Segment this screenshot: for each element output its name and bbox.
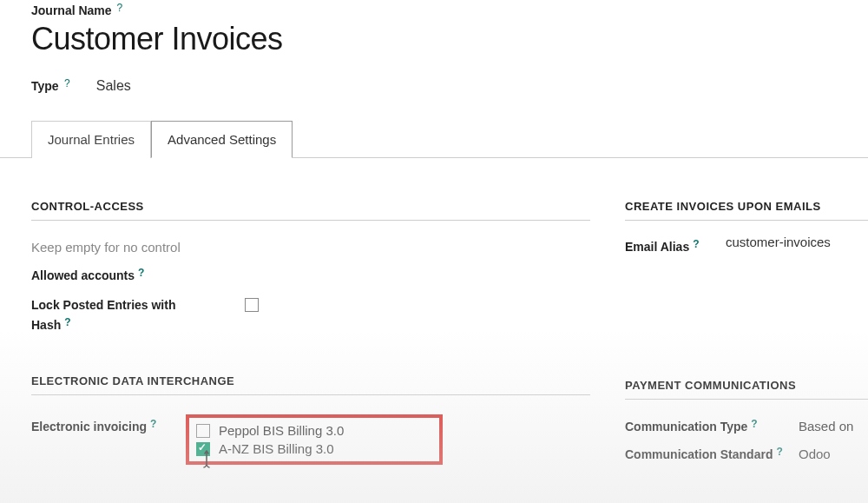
section-create-invoices-emails: CREATE INVOICES UPON EMAILS [625,200,868,213]
help-icon[interactable]: ? [693,238,699,250]
help-icon[interactable]: ? [64,314,70,330]
type-label: Type [31,79,59,93]
journal-name-label: Journal Name [31,3,112,17]
edi-anz-checkbox[interactable] [196,442,210,456]
section-control-access: CONTROL-ACCESS [31,200,590,213]
communication-type-label: Communication Type [625,420,747,434]
section-edi: ELECTRONIC DATA INTERCHANGE [31,374,590,387]
lock-hash-label-2: Hash [31,316,61,334]
email-alias-label: Email Alias [625,240,689,254]
tab-journal-entries[interactable]: Journal Entries [31,121,151,158]
help-icon[interactable]: ? [776,444,782,460]
help-icon[interactable]: ? [751,418,757,430]
help-icon[interactable]: ? [138,267,144,279]
type-value[interactable]: Sales [96,78,131,94]
keep-empty-hint: Keep empty for no control [31,240,181,255]
allowed-accounts-label: Allowed accounts [31,268,135,282]
communication-type-value[interactable]: Based on [799,419,853,434]
section-payment-communications: PAYMENT COMMUNICATIONS [625,379,868,392]
lock-hash-label-1: Lock Posted Entries with [31,296,175,314]
edi-peppol-checkbox[interactable] [196,424,210,438]
help-icon[interactable]: ? [117,2,123,14]
edi-highlight-box: Peppol BIS Billing 3.0 A-NZ BIS Billing … [186,414,443,465]
page-title[interactable]: Customer Invoices [31,21,837,57]
edi-anz-label: A-NZ BIS Billing 3.0 [219,441,334,456]
communication-standard-label-2: Standard [720,446,773,464]
tab-advanced-settings[interactable]: Advanced Settings [151,121,293,158]
lock-hash-checkbox[interactable] [245,298,259,312]
communication-standard-value[interactable]: Odoo [799,447,831,461]
email-alias-value[interactable]: customer-invoices [726,235,831,249]
electronic-invoicing-label: Electronic invoicing [31,420,147,434]
edi-peppol-label: Peppol BIS Billing 3.0 [219,423,344,438]
help-icon[interactable]: ? [64,77,70,89]
help-icon[interactable]: ? [150,418,156,430]
communication-standard-label-1: Communication [625,446,717,464]
